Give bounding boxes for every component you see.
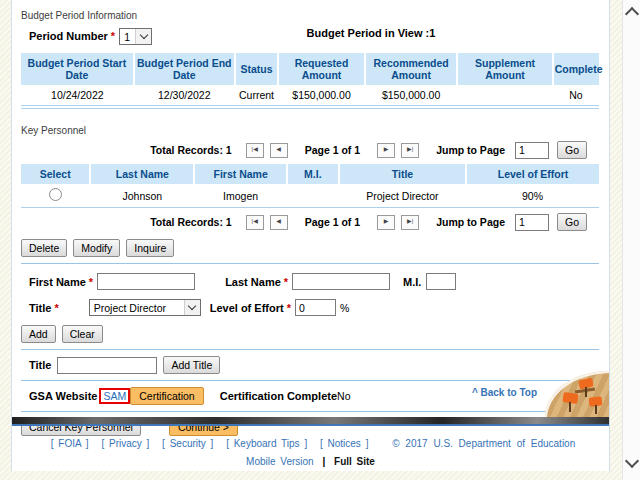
level-of-effort-input[interactable] bbox=[295, 299, 336, 316]
mi-input[interactable] bbox=[426, 273, 456, 290]
period-number-label: Period Number bbox=[29, 30, 108, 42]
column-header: Budget Period End Date bbox=[134, 53, 235, 85]
budget-table-row: 10/24/2022 12/30/2022 Current $150,000.0… bbox=[21, 85, 599, 106]
recommended-amount-cell: $150,000.00 bbox=[365, 85, 457, 106]
column-header: Budget Period Start Date bbox=[21, 53, 134, 85]
prev-page-button[interactable]: ◀ bbox=[270, 143, 288, 158]
next-page-button[interactable]: ▶ bbox=[377, 215, 395, 230]
record-actions: Delete Modify Inquire bbox=[21, 239, 599, 257]
mobile-version-link[interactable]: Mobile Version bbox=[246, 456, 314, 467]
period-number-select[interactable]: 1 bbox=[119, 28, 152, 45]
delete-button[interactable]: Delete bbox=[21, 239, 67, 257]
new-title-input[interactable] bbox=[57, 357, 157, 374]
divider bbox=[21, 380, 599, 381]
page-indicator: Page 1 of 1 bbox=[305, 216, 360, 228]
privacy-link[interactable]: [ Privacy ] bbox=[101, 438, 149, 449]
scroll-down-icon[interactable] bbox=[625, 454, 639, 468]
column-header: Title bbox=[339, 164, 466, 184]
go-button[interactable]: Go bbox=[557, 141, 587, 159]
pagination-bottom: Total Records: 1 |◀ ◀ Page 1 of 1 ▶ ▶| J… bbox=[21, 213, 587, 231]
back-to-top-link[interactable]: ^ Back to Top bbox=[472, 387, 537, 398]
required-marker: * bbox=[287, 302, 291, 314]
key-personnel-row: Johnson Imogen Project Director 90% bbox=[21, 184, 599, 208]
last-page-button[interactable]: ▶| bbox=[401, 143, 419, 158]
supplement-amount-cell bbox=[457, 85, 552, 106]
required-marker: * bbox=[54, 302, 58, 314]
security-link[interactable]: [ Security ] bbox=[162, 438, 213, 449]
separator: | bbox=[322, 456, 325, 467]
pagination-top: Total Records: 1 |◀ ◀ Page 1 of 1 ▶ ▶| J… bbox=[21, 141, 587, 159]
notices-link[interactable]: [ Notices ] bbox=[320, 438, 368, 449]
prev-page-button[interactable]: ◀ bbox=[270, 215, 288, 230]
mi-label: M.I. bbox=[403, 276, 421, 288]
title-cell: Project Director bbox=[339, 184, 466, 208]
status-cell: Current bbox=[235, 85, 278, 106]
clear-button[interactable]: Clear bbox=[62, 325, 103, 343]
first-name-input[interactable] bbox=[97, 273, 195, 290]
last-name-input[interactable] bbox=[292, 273, 390, 290]
title-select-value: Project Director bbox=[90, 300, 184, 315]
key-personnel-header-row: Select Last Name First Name M.I. Title L… bbox=[21, 164, 599, 184]
footer-site-toggle: Mobile Version | Full Site bbox=[12, 456, 609, 467]
last-name-cell: Johnson bbox=[90, 184, 194, 208]
first-page-button[interactable]: |◀ bbox=[246, 143, 264, 158]
chevron-down-icon bbox=[184, 300, 200, 315]
budget-period-section-title: Budget Period Information bbox=[21, 10, 599, 21]
jump-to-page-input[interactable] bbox=[515, 214, 549, 231]
title-select[interactable]: Project Director bbox=[89, 299, 201, 316]
name-form-row: First Name * Last Name * M.I. bbox=[21, 273, 599, 290]
total-records: Total Records: 1 bbox=[150, 216, 232, 228]
mi-cell bbox=[287, 184, 339, 208]
certification-complete-label: Certification Complete bbox=[220, 390, 337, 402]
sam-link[interactable]: SAM bbox=[99, 388, 130, 404]
total-records: Total Records: 1 bbox=[150, 144, 232, 156]
column-header: Last Name bbox=[90, 164, 194, 184]
complete-cell: No bbox=[553, 85, 599, 106]
column-header: Supplement Amount bbox=[457, 53, 552, 85]
period-number-value: 1 bbox=[120, 29, 135, 44]
title-form-row: Title * Project Director Level of Effort… bbox=[21, 299, 599, 316]
column-header: Requested Amount bbox=[278, 53, 365, 85]
column-header: Status bbox=[235, 53, 278, 85]
column-header: Select bbox=[21, 164, 90, 184]
divider bbox=[21, 263, 599, 264]
add-button[interactable]: Add bbox=[21, 325, 56, 343]
budget-table-header-row: Budget Period Start Date Budget Period E… bbox=[21, 53, 599, 85]
level-of-effort-label: Level of Effort bbox=[210, 302, 284, 314]
inquire-button[interactable]: Inquire bbox=[126, 239, 174, 257]
add-title-button[interactable]: Add Title bbox=[163, 356, 220, 374]
divider bbox=[21, 349, 599, 350]
required-marker: * bbox=[89, 276, 93, 288]
column-header: Complete bbox=[553, 53, 599, 85]
start-date-cell: 10/24/2022 bbox=[21, 85, 134, 106]
add-title-row: Title Add Title bbox=[21, 356, 599, 374]
modify-button[interactable]: Modify bbox=[73, 239, 120, 257]
vertical-scrollbar[interactable] bbox=[622, 0, 640, 480]
required-marker: * bbox=[111, 30, 115, 42]
last-page-button[interactable]: ▶| bbox=[401, 215, 419, 230]
column-header: Level of Effort bbox=[466, 164, 599, 184]
percent-sign: % bbox=[340, 302, 349, 314]
period-number-row: Period Number * 1 Budget Period in View … bbox=[21, 26, 599, 46]
scroll-up-icon[interactable] bbox=[625, 7, 639, 21]
budget-period-in-view: Budget Period in View :1 bbox=[261, 27, 481, 39]
foia-link[interactable]: [ FOIA ] bbox=[51, 438, 89, 449]
certification-complete-value: No bbox=[337, 390, 350, 402]
main-content: Budget Period Information Period Number … bbox=[11, 0, 610, 471]
budget-period-table: Budget Period Start Date Budget Period E… bbox=[21, 53, 599, 106]
next-page-button[interactable]: ▶ bbox=[377, 143, 395, 158]
add-clear-actions: Add Clear bbox=[21, 325, 599, 343]
certification-button[interactable]: Certification bbox=[130, 387, 203, 405]
page-indicator: Page 1 of 1 bbox=[305, 144, 360, 156]
select-radio[interactable] bbox=[49, 188, 62, 201]
first-page-button[interactable]: |◀ bbox=[246, 215, 264, 230]
last-name-label: Last Name bbox=[225, 276, 281, 288]
jump-to-page-input[interactable] bbox=[515, 142, 549, 159]
go-button[interactable]: Go bbox=[557, 213, 587, 231]
key-personnel-table: Select Last Name First Name M.I. Title L… bbox=[21, 164, 599, 208]
column-header: First Name bbox=[194, 164, 286, 184]
requested-amount-cell: $150,000.00 bbox=[278, 85, 365, 106]
new-title-label: Title bbox=[29, 359, 51, 371]
chevron-down-icon bbox=[135, 29, 151, 44]
keyboard-tips-link[interactable]: [ Keyboard Tips ] bbox=[226, 438, 307, 449]
